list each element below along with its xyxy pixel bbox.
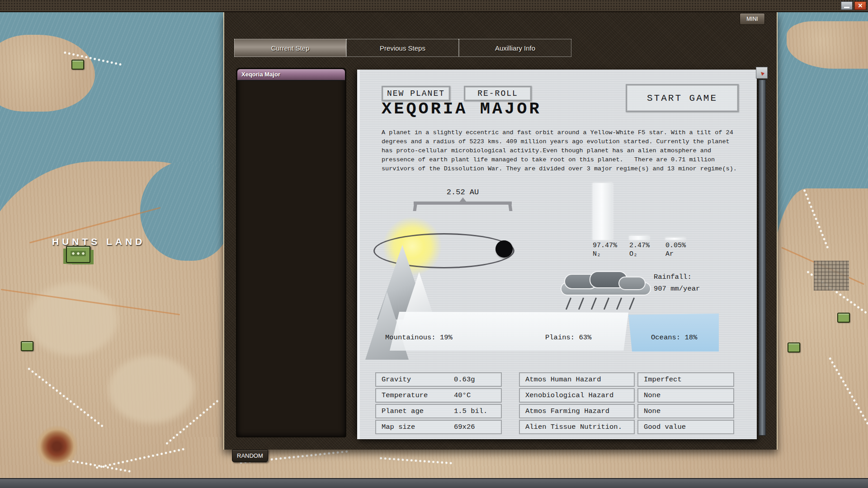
stat-value: None [637,388,734,403]
table-row: Atmos Farming Hazard None [519,404,736,420]
game-screen: HUNTS LAND ✕ MINI Current Step Previous … [0,0,868,488]
stat-label: Atmos Farming Hazard [519,404,635,418]
unit-icon [837,313,850,323]
city-icon [66,246,90,263]
atmosphere-bar-o2 [629,236,649,240]
atmosphere-bar-n2 [593,183,613,240]
map-water-bay [140,161,231,261]
stat-value: Imperfect [637,372,734,387]
bottom-status-bar [0,478,868,488]
planet-list-item[interactable]: Xeqoria Major [237,69,345,81]
terrain-label-mountainous: Mountainous: 19% [385,333,453,342]
reroll-button[interactable]: RE-ROLL [464,86,532,101]
table-row: Gravity 0.63g [375,372,502,387]
planet-description: A planet in a slightly eccentric and fas… [382,128,741,174]
ocean-area [628,314,719,352]
atmosphere-gas: Ar [665,250,674,258]
table-row: Map size 69x26 [375,420,502,434]
window-titlebar: ✕ [0,0,868,12]
stat-value: 69x26 [454,421,475,433]
scroll-arrow-icon: ▲ [758,69,766,77]
hazard-stats-table: Atmos Human Hazard Imperfect Xenobiologi… [519,372,736,436]
atmosphere-gas: O₂ [629,250,637,258]
scrollbar[interactable] [759,80,766,436]
city-windows-icon [71,251,86,256]
minimize-icon [844,7,849,8]
map-landmass [771,188,868,478]
minimize-button[interactable] [841,1,853,10]
bracket-left-cap [413,202,418,211]
map-sand-patch [108,356,194,423]
start-game-button[interactable]: START GAME [626,84,739,112]
stat-label: Atmos Human Hazard [519,372,635,387]
close-button[interactable]: ✕ [854,1,866,10]
unit-icon [71,60,84,70]
planet-name: XEQORIA MAJOR [382,99,542,118]
stat-label: Alien Tissue Nutrition. [519,420,635,434]
stat-value: 40°C [454,389,471,402]
tab-auxilliary-info[interactable]: Auxilliary Info [459,39,571,57]
planet-generation-panel: MINI Current Step Previous Steps Auxilli… [223,12,778,450]
rain-streaks-icon [564,297,644,311]
table-row: Xenobiological Hazard None [519,388,736,404]
window-controls: ✕ [841,1,866,10]
atmosphere-label-ar: 0.05%Ar [665,241,686,258]
new-planet-button[interactable]: NEW PLANET [382,86,450,101]
table-row: Alien Tissue Nutrition. Good value [519,420,736,436]
atmosphere-pct: 97.47% [593,242,617,249]
orbit-distance-label: 2.52 AU [414,188,512,197]
planet-icon [495,240,513,258]
atmosphere-pct: 0.05% [665,242,686,249]
orbit-ellipse [373,233,514,268]
planet-stats-table: Gravity 0.63g Temperature 40°C Planet ag… [375,372,502,436]
bracket-bar [414,202,512,205]
map-region-label: HUNTS LAND [52,236,146,247]
stat-label: Gravity [382,373,411,386]
random-button[interactable]: RANDOM [232,450,268,462]
table-row: Temperature 40°C [375,388,502,403]
planet-report: NEW PLANET RE-ROLL START GAME XEQORIA MA… [357,70,757,439]
atmosphere-label-n2: 97.47%N₂ [593,241,617,258]
atmosphere-bar-chart [593,183,688,240]
stat-label: Xenobiological Hazard [519,388,635,403]
rainfall-value: Rainfall: 907 mm/year [654,271,700,295]
table-row: Atmos Human Hazard Imperfect [519,372,736,388]
stat-value: 1.5 bil. [454,405,487,418]
plains-area [390,312,628,351]
rain-cloud-icon [561,274,651,296]
tab-current-step[interactable]: Current Step [234,39,346,57]
table-row: Planet age 1.5 bil. [375,404,502,418]
terrain-label-plains: Plains: 63% [545,333,591,342]
orbit-distance-bracket [414,202,512,211]
unit-icon [788,343,800,352]
cloud-shape [618,277,646,290]
stat-value: None [637,404,734,418]
atmosphere-bar-ar [665,238,685,240]
tab-previous-steps[interactable]: Previous Steps [346,39,459,57]
unit-icon [21,341,33,351]
terrain-label-oceans: Oceans: 18% [651,333,697,342]
map-landmass [787,21,868,69]
atmosphere-label-o2: 2.47%O₂ [629,241,650,258]
stat-label: Map size [382,421,415,433]
stat-value: Good value [637,420,734,434]
planet-list: Xeqoria Major [236,68,346,437]
map-ruins [814,261,849,291]
stat-value: 0.63g [454,373,475,386]
scroll-up-button[interactable]: ▲ [756,67,768,79]
bracket-notch [459,197,467,202]
stat-label: Planet age [382,405,424,418]
stat-label: Temperature [382,389,428,402]
mini-button[interactable]: MINI [740,13,765,25]
atmosphere-gas: N₂ [593,250,601,258]
map-landmass [0,35,95,112]
map-crater [36,426,78,467]
atmosphere-pct: 2.47% [629,242,650,249]
